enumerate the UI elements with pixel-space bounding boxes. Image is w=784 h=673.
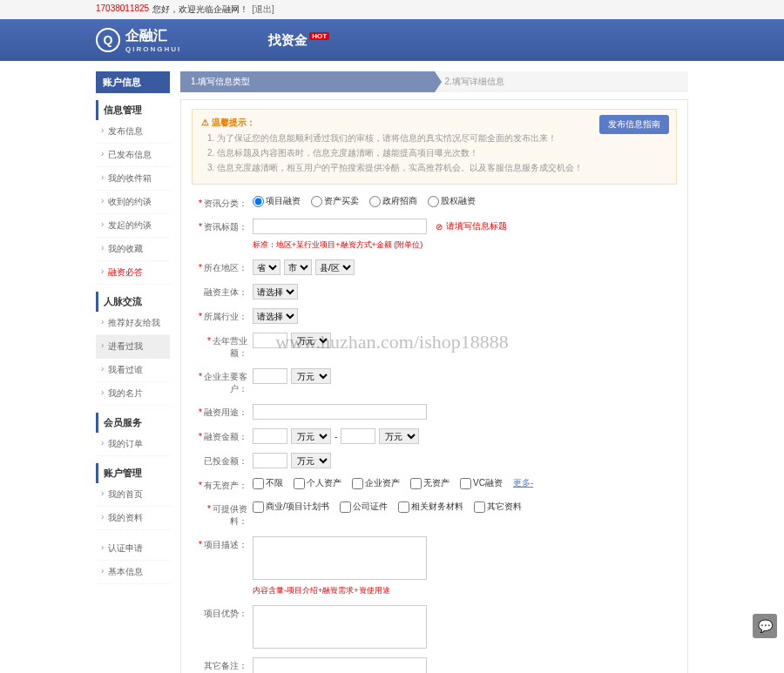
docs-checkbox[interactable]: 公司证件 bbox=[340, 501, 388, 513]
collateral-checkbox[interactable]: 个人资产 bbox=[294, 477, 341, 489]
category-radio[interactable]: 股权融资 bbox=[428, 195, 476, 207]
collateral-checkbox[interactable]: 无资产 bbox=[410, 477, 449, 489]
docs-field: 商业/项目计划书 公司证件 相关财务材料 其它资料 bbox=[253, 501, 677, 513]
sidebar-item[interactable]: 基本信息 bbox=[96, 561, 170, 584]
topbar: 17038011825 您好，欢迎光临企融网！ [退出] bbox=[0, 0, 784, 19]
collateral-checkbox[interactable]: 企业资产 bbox=[352, 477, 400, 489]
other-textarea[interactable] bbox=[253, 657, 427, 673]
invest-input[interactable] bbox=[253, 453, 287, 468]
desc-hint: 内容含量-项目介绍+融资需求+资使用途 bbox=[253, 585, 677, 596]
tips-item: 为了保证您的信息能顺利通过我们的审核，请将信息的真实情况尽可能全面的发布出来！ bbox=[217, 132, 667, 145]
sidebar-item[interactable]: 发起的约谈 bbox=[96, 214, 170, 238]
amount-max-input[interactable] bbox=[341, 428, 375, 444]
collateral-more-link[interactable]: 更多- bbox=[513, 477, 533, 489]
tips-item: 信息充度越清晰，相互用户的平拍搜索提供冷酷，实高推荐机会。以及客服信息服务成交机… bbox=[217, 162, 667, 174]
sidebar-item[interactable]: 已发布信息 bbox=[96, 144, 170, 167]
sidebar-item[interactable]: 认证申请 bbox=[96, 537, 170, 561]
area-province-select[interactable]: 省 bbox=[253, 259, 280, 275]
title-hint: 标准：地区+某行业项目+融资方式+金额 (附单位) bbox=[253, 239, 677, 251]
tips-title: ⚠ 温馨提示： bbox=[201, 117, 667, 129]
docs-checkbox[interactable]: 相关财务材料 bbox=[398, 501, 463, 513]
sidebar-title: 账户信息 bbox=[96, 71, 170, 93]
sidebar-item[interactable]: 我看过谁 bbox=[96, 359, 170, 382]
docs-checkbox[interactable]: 其它资料 bbox=[474, 501, 522, 513]
collateral-checkbox[interactable]: VC融资 bbox=[460, 477, 503, 489]
chat-icon[interactable]: 💬 bbox=[753, 614, 777, 638]
revenue-input[interactable] bbox=[253, 333, 287, 348]
error-icon: ⊘ bbox=[436, 222, 443, 232]
category-field: 项目融资 资产买卖 政府招商 股权融资 bbox=[253, 195, 677, 207]
logo-icon: Q bbox=[96, 28, 120, 52]
title-input[interactable] bbox=[253, 219, 427, 234]
sidebar-section-account: 账户管理 bbox=[96, 463, 170, 483]
topbar-user: 17038011825 bbox=[96, 3, 149, 16]
entity-select[interactable]: 请选择 bbox=[253, 284, 298, 299]
amount-min-input[interactable] bbox=[253, 428, 287, 444]
sidebar-item[interactable]: 我的收件箱 bbox=[96, 167, 170, 191]
category-radio[interactable]: 资产买卖 bbox=[311, 195, 359, 207]
sidebar-item[interactable]: 推荐好友给我 bbox=[96, 312, 170, 335]
content: 1.填写信息类型 2.填写详细信息 ⚠ 温馨提示： 为了保证您的信息能顺利通过我… bbox=[180, 71, 688, 673]
logo[interactable]: Q 企融汇 QIRONGHUI bbox=[96, 27, 181, 53]
publish-guide-button[interactable]: 发布信息指南 bbox=[599, 115, 669, 134]
area-county-select[interactable]: 县/区 bbox=[315, 259, 355, 275]
invest-unit[interactable]: 万元 bbox=[291, 453, 331, 468]
sidebar-item[interactable]: 收到的约谈 bbox=[96, 191, 170, 214]
steps: 1.填写信息类型 2.填写详细信息 bbox=[180, 71, 688, 92]
step-2[interactable]: 2.填写详细信息 bbox=[435, 71, 689, 92]
collateral-checkbox[interactable]: 不限 bbox=[253, 477, 283, 489]
adv-textarea[interactable] bbox=[253, 605, 427, 649]
sidebar-item[interactable]: 我的名片 bbox=[96, 382, 170, 406]
docs-checkbox[interactable]: 商业/项目计划书 bbox=[253, 501, 329, 513]
sidebar: 账户信息 信息管理 发布信息已发布信息我的收件箱收到的约谈发起的约谈我的收藏融资… bbox=[96, 71, 170, 673]
amount-min-unit[interactable]: 万元 bbox=[291, 428, 331, 444]
sidebar-section-info: 信息管理 bbox=[96, 100, 170, 120]
sidebar-section-member: 会员服务 bbox=[96, 413, 170, 433]
industry-select[interactable]: 请选择 bbox=[253, 308, 298, 324]
sidebar-item[interactable]: 融资必答 bbox=[96, 261, 170, 285]
area-city-select[interactable]: 市 bbox=[284, 259, 312, 275]
net-unit[interactable]: 万元 bbox=[291, 368, 331, 384]
sidebar-item[interactable]: 我的订单 bbox=[96, 433, 170, 456]
revenue-unit[interactable]: 万元 bbox=[291, 333, 331, 348]
header: Q 企融汇 QIRONGHUI 找资金HOT bbox=[0, 19, 784, 61]
desc-textarea[interactable] bbox=[253, 536, 427, 580]
logout-link[interactable]: [退出] bbox=[252, 3, 274, 16]
title-error: 请填写信息标题 bbox=[446, 220, 507, 232]
category-radio[interactable]: 项目融资 bbox=[253, 195, 301, 207]
tips-item: 信息标题及内容图表时，信息充度越清晰，越能提高项目曝光次数！ bbox=[217, 147, 667, 159]
tips-box: ⚠ 温馨提示： 为了保证您的信息能顺利通过我们的审核，请将信息的真实情况尽可能全… bbox=[192, 109, 677, 185]
hot-icon: HOT bbox=[309, 32, 329, 40]
collateral-field: 不限 个人资产 企业资产 无资产 VC融资更多- bbox=[253, 477, 677, 489]
sidebar-item[interactable]: 我的收藏 bbox=[96, 238, 170, 261]
form-panel: ⚠ 温馨提示： 为了保证您的信息能顺利通过我们的审核，请将信息的真实情况尽可能全… bbox=[180, 99, 688, 673]
step-1[interactable]: 1.填写信息类型 bbox=[180, 71, 435, 92]
amount-max-unit[interactable]: 万元 bbox=[379, 428, 419, 444]
usage-input[interactable] bbox=[253, 404, 427, 420]
sidebar-item[interactable]: 我的资料 bbox=[96, 507, 170, 530]
nav-find-funds[interactable]: 找资金HOT bbox=[268, 32, 329, 49]
category-radio[interactable]: 政府招商 bbox=[369, 195, 417, 207]
sidebar-item[interactable]: 进看过我 bbox=[96, 335, 170, 359]
topbar-greet: 您好，欢迎光临企融网！ bbox=[152, 3, 248, 16]
net-input[interactable] bbox=[253, 368, 287, 384]
sidebar-section-network: 人脉交流 bbox=[96, 292, 170, 312]
sidebar-item[interactable]: 发布信息 bbox=[96, 120, 170, 144]
sidebar-item[interactable]: 我的首页 bbox=[96, 483, 170, 507]
